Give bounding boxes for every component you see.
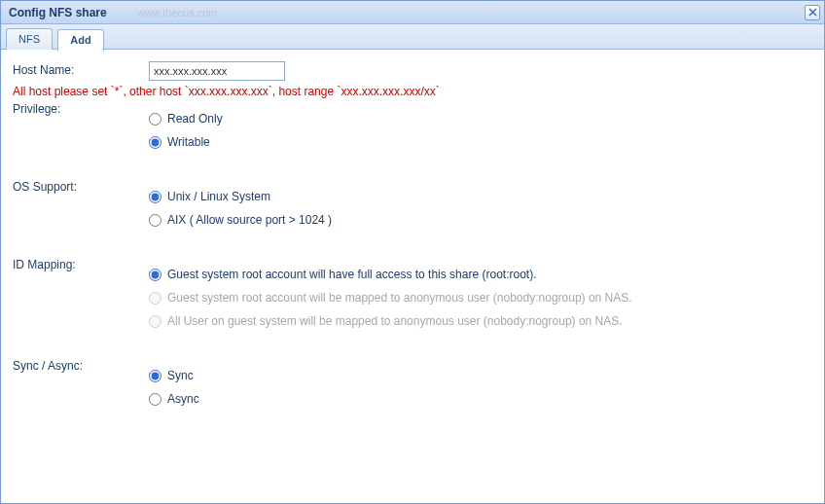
close-icon: [808, 8, 817, 17]
sync-row: Sync / Async: Sync Async: [13, 357, 812, 406]
tab-nfs[interactable]: NFS: [6, 28, 53, 50]
close-button[interactable]: [805, 5, 820, 20]
sync-async[interactable]: Async: [149, 392, 812, 406]
os-unix-radio[interactable]: [149, 191, 161, 203]
tab-add[interactable]: Add: [57, 29, 103, 52]
privilege-writable[interactable]: Writable: [149, 135, 812, 149]
window-title: Config NFS share: [9, 6, 805, 19]
os-label: OS Support:: [13, 178, 149, 194]
privilege-row: Privilege: Read Only Writable: [13, 100, 812, 149]
privilege-writable-label: Writable: [167, 135, 210, 149]
idmap-anon-all-label: All User on guest system will be mapped …: [167, 314, 623, 328]
watermark: www.thecus.com: [137, 7, 218, 18]
privilege-group: Read Only Writable: [149, 100, 812, 149]
sync-sync-radio[interactable]: [149, 370, 161, 382]
hostname-input[interactable]: [149, 61, 285, 81]
titlebar: Config NFS share www.thecus.com: [1, 1, 824, 24]
idmap-root-radio[interactable]: [149, 269, 161, 281]
idmap-row: ID Mapping: Guest system root account wi…: [13, 256, 812, 328]
idmap-root-label: Guest system root account will have full…: [167, 268, 537, 281]
add-panel: Host Name: All host please set `*`, othe…: [1, 50, 824, 503]
hostname-hint: All host please set `*`, other host `xxx…: [13, 85, 812, 98]
idmap-anon-root-label: Guest system root account will be mapped…: [167, 291, 632, 305]
config-nfs-window: Config NFS share www.thecus.com NFS Add …: [0, 0, 825, 504]
os-unix-label: Unix / Linux System: [167, 190, 270, 203]
os-row: OS Support: Unix / Linux System AIX ( Al…: [13, 178, 812, 227]
idmap-group: Guest system root account will have full…: [149, 256, 812, 328]
privilege-readonly-radio[interactable]: [149, 113, 161, 126]
idmap-label: ID Mapping:: [13, 256, 149, 271]
privilege-readonly-label: Read Only: [167, 112, 223, 126]
idmap-anon-root: Guest system root account will be mapped…: [149, 291, 812, 305]
sync-sync-label: Sync: [167, 369, 194, 382]
tabstrip: NFS Add: [1, 24, 824, 50]
idmap-anon-all-radio: [149, 315, 161, 328]
privilege-writable-radio[interactable]: [149, 136, 161, 149]
os-aix[interactable]: AIX ( Allow source port > 1024 ): [149, 213, 812, 227]
os-aix-label: AIX ( Allow source port > 1024 ): [167, 213, 332, 227]
privilege-readonly[interactable]: Read Only: [149, 112, 812, 126]
sync-group: Sync Async: [149, 357, 812, 406]
sync-async-label: Async: [167, 392, 199, 406]
sync-sync[interactable]: Sync: [149, 369, 812, 382]
idmap-anon-all: All User on guest system will be mapped …: [149, 314, 812, 328]
os-unix[interactable]: Unix / Linux System: [149, 190, 812, 203]
sync-label: Sync / Async:: [13, 357, 149, 373]
idmap-root[interactable]: Guest system root account will have full…: [149, 268, 812, 281]
os-group: Unix / Linux System AIX ( Allow source p…: [149, 178, 812, 227]
sync-async-radio[interactable]: [149, 393, 161, 406]
os-aix-radio[interactable]: [149, 214, 161, 227]
hostname-label: Host Name:: [13, 61, 149, 77]
privilege-label: Privilege:: [13, 100, 149, 116]
hostname-row: Host Name:: [13, 61, 812, 81]
idmap-anon-root-radio: [149, 292, 161, 305]
